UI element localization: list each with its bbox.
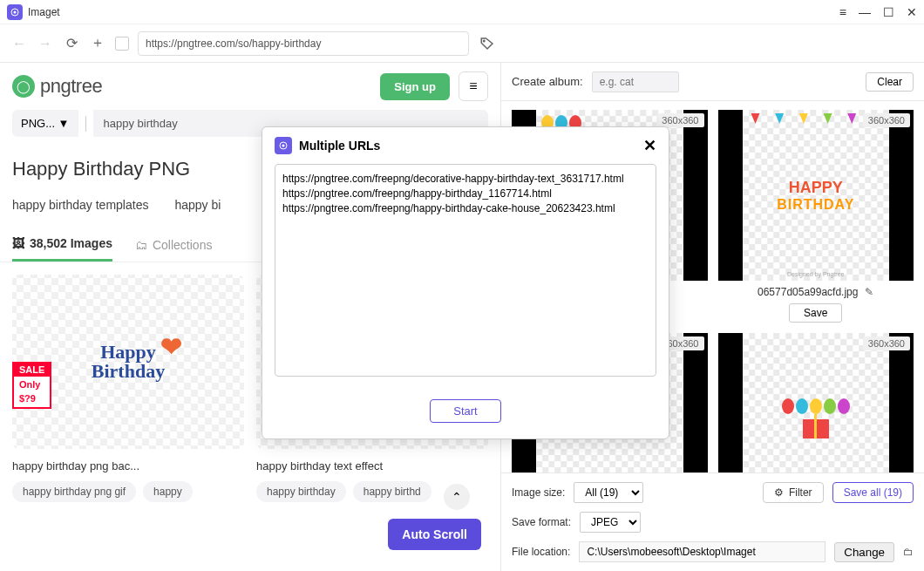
open-folder-icon[interactable]: 🗀 xyxy=(903,546,914,558)
svg-point-1 xyxy=(14,10,17,13)
tab-collections[interactable]: 🗂 Collections xyxy=(135,231,212,261)
site-menu-icon[interactable]: ≡ xyxy=(459,71,488,101)
start-button[interactable]: Start xyxy=(430,399,500,423)
image-card: Designed by Pngtree 360x360 185765414712… xyxy=(718,333,914,472)
save-button[interactable]: Save xyxy=(789,303,842,323)
maximize-icon[interactable]: ☐ xyxy=(883,5,894,19)
format-label: Save format: xyxy=(512,516,571,528)
signup-button[interactable]: Sign up xyxy=(380,73,450,100)
result-card[interactable]: SALE Only $?9 Happy❤Birthday happy birth… xyxy=(12,275,244,502)
multiple-urls-dialog: Multiple URLs ✕ https://pngtree.com/free… xyxy=(262,126,669,439)
change-button[interactable]: Change xyxy=(834,542,894,562)
url-bar[interactable] xyxy=(138,31,469,56)
app-title: Imaget xyxy=(28,6,839,18)
auto-scroll-button[interactable]: Auto Scroll xyxy=(388,519,481,550)
filter-button[interactable]: ⚙ Filter xyxy=(763,482,824,503)
tag-pill[interactable]: happy xyxy=(143,481,193,502)
close-icon[interactable]: ✕ xyxy=(907,5,917,19)
image-icon: 🖼 xyxy=(12,236,24,250)
app-logo xyxy=(7,4,23,20)
minimize-icon[interactable]: — xyxy=(859,5,871,19)
add-tab-icon[interactable]: ＋ xyxy=(89,35,106,52)
dimension-badge: 360x360 xyxy=(863,336,910,350)
format-filter-select[interactable]: PNG... ▼ xyxy=(12,110,78,137)
dialog-logo-icon xyxy=(275,137,292,154)
browser-toolbar: ← → ⟳ ＋ xyxy=(0,24,924,63)
scroll-top-icon[interactable]: ⌃ xyxy=(444,484,470,510)
titlebar: Imaget ≡ — ☐ ✕ xyxy=(0,0,924,24)
album-label: Create album: xyxy=(512,75,583,88)
format-select[interactable]: JPEG xyxy=(580,512,641,533)
location-label: File location: xyxy=(512,546,570,558)
svg-point-2 xyxy=(484,40,486,42)
sale-badge: SALE Only $?9 xyxy=(12,362,51,409)
image-card: HAPPYBIRTHDAY Designed by Pngtree 360x36… xyxy=(718,110,914,323)
tag-icon[interactable] xyxy=(478,34,497,53)
page-icon[interactable] xyxy=(115,37,129,51)
location-input[interactable] xyxy=(579,541,825,562)
save-all-button[interactable]: Save all (19) xyxy=(832,482,914,503)
tag-pill[interactable]: happy birthd xyxy=(353,481,431,502)
menu-icon[interactable]: ≡ xyxy=(839,5,846,19)
site-brand[interactable]: ◯ pngtree xyxy=(12,75,102,98)
reload-icon[interactable]: ⟳ xyxy=(63,35,80,52)
forward-icon[interactable]: → xyxy=(37,35,54,52)
tag-pill[interactable]: happy birthday xyxy=(256,481,346,502)
url-input[interactable] xyxy=(146,37,461,50)
dimension-badge: 360x360 xyxy=(863,113,910,127)
clear-button[interactable]: Clear xyxy=(866,72,914,92)
urls-textarea[interactable]: https://pngtree.com/freepng/decorative-h… xyxy=(275,164,656,377)
image-size-label: Image size: xyxy=(512,486,565,499)
svg-point-4 xyxy=(282,145,285,147)
image-filename: 06577d05a99acfd.jpg xyxy=(758,286,858,298)
dimension-badge: 360x360 xyxy=(656,113,703,127)
brand-logo-icon: ◯ xyxy=(12,75,35,98)
back-icon[interactable]: ← xyxy=(10,35,28,52)
filter-icon: ⚙ xyxy=(774,486,784,499)
tag-pill[interactable]: happy birthday png gif xyxy=(12,481,136,502)
edit-icon[interactable]: ✎ xyxy=(865,286,873,298)
thumbnail-art: Happy❤Birthday xyxy=(92,343,165,381)
image-thumbnail[interactable]: Designed by Pngtree 360x360 xyxy=(718,333,914,472)
suggestion-tag[interactable]: happy birthday templates xyxy=(12,198,148,212)
image-size-select[interactable]: All (19) xyxy=(574,482,643,503)
image-thumbnail[interactable]: HAPPYBIRTHDAY Designed by Pngtree 360x36… xyxy=(718,110,914,281)
folder-icon: 🗂 xyxy=(135,238,147,252)
brand-text: pngtree xyxy=(40,75,102,98)
album-input[interactable] xyxy=(592,71,679,92)
dialog-close-icon[interactable]: ✕ xyxy=(643,136,656,155)
suggestion-tag[interactable]: happy bi xyxy=(174,198,221,212)
card-title: happy birthday png bac... xyxy=(12,459,244,472)
dialog-title: Multiple URLs xyxy=(299,139,636,153)
tab-images[interactable]: 🖼 38,502 Images xyxy=(12,229,112,262)
card-title: happy birthday text effect xyxy=(256,459,488,472)
